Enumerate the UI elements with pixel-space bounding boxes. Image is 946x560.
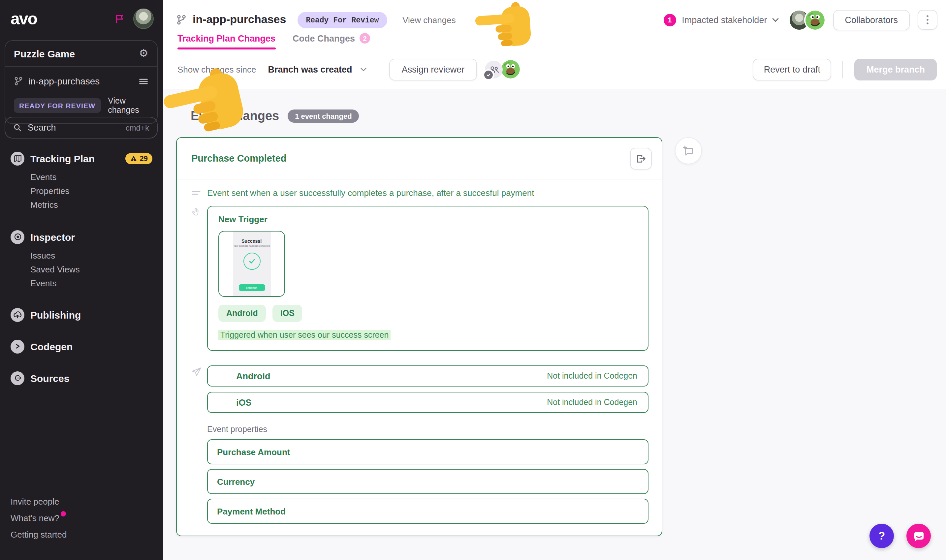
workspace-name: Puzzle Game [14,48,75,59]
check-icon [243,252,260,270]
whats-new-link[interactable]: What's new? [11,510,163,526]
inspector-icon [11,230,25,244]
user-avatar[interactable] [133,9,154,29]
reviewers-icon [485,60,503,78]
sidebar-item-inspector[interactable]: Inspector [0,229,163,244]
chevron-down-icon[interactable] [772,17,779,22]
branch-name: in-app-purchases [28,76,100,86]
changes-range-select[interactable]: Branch was created [268,64,367,74]
sidebar-item-sources[interactable]: Sources [0,371,163,385]
screenshot-button: continue [238,284,265,291]
tab-tracking-plan-changes[interactable]: Tracking Plan Changes [177,33,275,49]
sidebar: avo Puzzle Game ⚙ in-app-purchases [0,0,163,560]
source-row-android[interactable]: Android Not included in Codegen [207,365,649,386]
property-row-purchase-amount[interactable]: Purchase Amount [207,439,649,465]
collaborators-button[interactable]: Collaborators [833,9,910,30]
tracking-plan-warning-badge[interactable]: 29 [125,153,153,164]
range-value: Branch was created [268,64,352,74]
sidebar-item-issues[interactable]: Issues [30,249,163,263]
warning-icon [130,155,137,162]
nav-codegen: Codegen [0,339,163,354]
source-name: Android [236,371,271,381]
property-row-payment-method[interactable]: Payment Method [207,498,649,524]
getting-started-link[interactable]: Getting started [11,526,163,543]
sources-icon [11,371,25,385]
warning-count: 29 [140,154,148,162]
new-trigger-box: New Trigger Success! Your purchase has b… [207,206,649,351]
codegen-icon [11,339,25,353]
branch-icon [14,77,23,86]
whats-new-label: What's new? [11,513,59,523]
chat-icon [912,529,925,543]
property-name: Currency [217,477,255,486]
event-description: Event sent when a user successfully comp… [207,187,649,199]
gear-icon[interactable]: ⚙ [139,48,148,59]
sidebar-footer: Invite people What's new? Getting starte… [0,493,163,543]
nav-tracking-plan: Tracking Plan 29 Events Properties Metri… [0,151,163,212]
event-title[interactable]: Purchase Completed [191,153,287,163]
export-icon [635,153,646,164]
open-event-button[interactable] [630,148,652,169]
event-properties-label: Event properties [207,425,649,434]
search-input[interactable]: Search cmd+k [5,117,158,138]
revert-to-draft-button[interactable]: Revert to draft [753,58,832,80]
sidebar-item-events[interactable]: Events [30,170,163,184]
invite-people-link[interactable]: Invite people [11,493,163,510]
screenshot-title: Success! [241,239,262,243]
sidebar-item-inspector-events[interactable]: Events [30,276,163,290]
platform-chip-android: Android [218,305,266,322]
search-shortcut: cmd+k [126,123,149,132]
avo-logo: avo [11,11,37,27]
help-icon: ? [878,529,885,543]
nav-publishing: Publishing [0,308,163,322]
sidebar-item-publishing[interactable]: Publishing [0,308,163,322]
reviewer-status[interactable] [485,60,520,78]
sidebar-item-saved-views[interactable]: Saved Views [30,263,163,276]
publishing-icon [11,308,25,322]
flag-icon[interactable] [115,14,125,24]
collaborator-avatars[interactable] [789,10,824,29]
kebab-menu-button[interactable] [918,10,937,30]
reviewer-avatar-avocado[interactable] [501,60,520,78]
impacted-stakeholder-label[interactable]: Impacted stakeholder [682,15,767,25]
add-comment-button[interactable] [675,137,702,164]
platform-chip-ios: iOS [272,305,303,322]
sidebar-item-codegen[interactable]: Codegen [0,339,163,354]
assign-reviewer-button[interactable]: Assign reviewer [389,58,477,80]
main-area: in-app-purchases Ready For Review View c… [163,0,946,560]
nav-inspector: Inspector Issues Saved Views Events [0,229,163,290]
tab-code-changes[interactable]: Code Changes 2 [292,33,370,49]
map-icon [11,151,25,165]
workspace-card: Puzzle Game ⚙ in-app-purchases READY FOR… [5,40,158,124]
search-placeholder: Search [28,123,56,132]
search-icon [13,123,22,132]
view-changes-link[interactable]: View changes [402,15,455,25]
trigger-icon [191,206,207,351]
branch-row[interactable]: in-app-purchases [5,67,157,92]
changes-content: Event changes 1 event changed Purchase C… [163,89,946,560]
sidebar-item-properties[interactable]: Properties [30,184,163,198]
trigger-screenshot-thumbnail[interactable]: Success! Your purchase has been complete… [218,231,285,297]
event-card: Purchase Completed Event sent when a use… [176,137,662,536]
sidebar-item-tracking-plan[interactable]: Tracking Plan 29 [0,151,163,166]
source-name: iOS [236,397,252,407]
branch-icon [176,14,187,25]
merge-branch-button[interactable]: Merge branch [855,58,937,80]
sidebar-item-metrics[interactable]: Metrics [30,198,163,212]
invite-people-label: Invite people [11,497,59,506]
help-button[interactable]: ? [869,524,894,548]
chat-button[interactable] [906,524,931,548]
workspace-row[interactable]: Puzzle Game ⚙ [5,41,157,67]
menu-icon[interactable] [138,76,148,86]
source-row-ios[interactable]: iOS Not included in Codegen [207,392,649,413]
chevron-down-icon [360,67,367,72]
screenshot-subtitle: Your purchase has been completed [234,245,270,247]
tab-label: Tracking Plan Changes [177,33,275,43]
trigger-caption: Triggered when user sees our success scr… [218,330,391,340]
sidebar-view-changes-link[interactable]: View changes [108,96,148,115]
sidebar-top: avo [0,0,163,29]
tracking-plan-label: Tracking Plan [30,153,95,164]
property-row-currency[interactable]: Currency [207,469,649,494]
collaborator-avatar-avocado[interactable] [805,10,824,29]
getting-started-label: Getting started [11,530,67,540]
